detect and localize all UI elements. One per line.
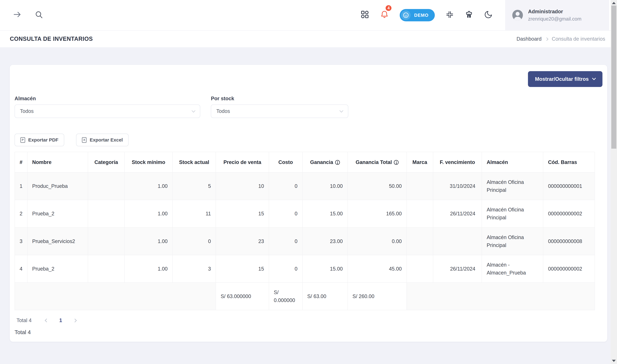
cell-nombre: Prueba_Servicios2 bbox=[27, 228, 88, 255]
footer-total: Total 4 bbox=[14, 329, 603, 335]
info-icon[interactable] bbox=[394, 160, 399, 165]
pagination-prev-button[interactable] bbox=[41, 316, 52, 325]
notifications-button[interactable]: 4 bbox=[380, 10, 389, 20]
cell-stock-actual: 0 bbox=[172, 228, 216, 255]
cell-costo: 0 bbox=[269, 172, 302, 200]
pagination-total: Total 4 bbox=[16, 317, 31, 323]
user-avatar-icon bbox=[512, 10, 523, 20]
cell-costo: 0 bbox=[269, 228, 302, 255]
cell-f-vencimiento: 26/11/2024 bbox=[433, 200, 482, 227]
file-pdf-icon: P bbox=[20, 137, 25, 143]
cell-almacen: Almacén Oficina Principal bbox=[482, 172, 543, 200]
cell-index: 3 bbox=[15, 228, 27, 255]
almacen-select[interactable]: Todos bbox=[14, 104, 200, 118]
content-area: Mostrar/Ocultar filtros Almacén Todos Po… bbox=[0, 47, 617, 342]
table-row: 1 Produc_Prueba 1.00 5 10 0 10.00 50.00 … bbox=[15, 172, 595, 200]
pagination-next-button[interactable] bbox=[69, 316, 80, 325]
total-ganancia-total: S/ 260.00 bbox=[348, 283, 407, 310]
table-row: 2 Prueba_2 1.00 11 15 0 15.00 165.00 26/… bbox=[15, 200, 595, 227]
export-row: P Exportar PDF X Exportar Excel bbox=[14, 134, 603, 146]
col-costo: Costo bbox=[269, 152, 302, 172]
demo-label: DEMO bbox=[414, 13, 429, 18]
navbar-right: 4 DEMO bbox=[360, 0, 617, 30]
cell-nombre: Produc_Prueba bbox=[27, 172, 88, 200]
col-marca: Marca bbox=[407, 152, 433, 172]
user-menu[interactable]: Administrador zrenrique20@gmail.com bbox=[505, 0, 609, 30]
cell-ganancia-total: 165.00 bbox=[348, 200, 407, 227]
sidebar-toggle-button[interactable] bbox=[13, 10, 22, 20]
por-stock-select[interactable]: Todos bbox=[211, 104, 348, 118]
totals-empty-right bbox=[407, 283, 595, 310]
theme-brush-button[interactable] bbox=[465, 10, 473, 20]
cell-stock-actual: 11 bbox=[172, 200, 216, 227]
filter-por-stock-label: Por stock bbox=[211, 96, 348, 102]
user-email: zrenrique20@gmail.com bbox=[528, 15, 581, 23]
cell-cod-barras: 000000000001 bbox=[543, 172, 595, 200]
scroll-up-arrow-icon[interactable] bbox=[612, 2, 616, 4]
col-precio-venta: Precio de venta bbox=[216, 152, 269, 172]
breadcrumb-dashboard[interactable]: Dashboard bbox=[517, 36, 541, 42]
export-excel-label: Exportar Excel bbox=[90, 137, 123, 143]
col-almacen: Almacén bbox=[482, 152, 543, 172]
cell-index: 4 bbox=[15, 255, 27, 283]
cell-nombre: Prueba_2 bbox=[27, 200, 88, 227]
dark-mode-button[interactable] bbox=[484, 10, 493, 20]
inventory-table: # Nombre Categoría Stock mínimo Stock ac… bbox=[14, 152, 595, 310]
table-body: 1 Produc_Prueba 1.00 5 10 0 10.00 50.00 … bbox=[15, 172, 595, 283]
demo-badge[interactable]: DEMO bbox=[400, 9, 435, 21]
notification-badge: 4 bbox=[385, 5, 392, 12]
cell-costo: 0 bbox=[269, 255, 302, 283]
cell-ganancia: 10.00 bbox=[302, 172, 348, 200]
cell-stock-minimo: 1.00 bbox=[124, 255, 172, 283]
apps-button[interactable] bbox=[360, 10, 369, 20]
bell-icon bbox=[380, 10, 389, 20]
scroll-down-arrow-icon[interactable] bbox=[612, 360, 616, 362]
table-row: 3 Prueba_Servicios2 1.00 0 23 0 23.00 0.… bbox=[15, 228, 595, 255]
cell-ganancia-total: 0.00 bbox=[348, 228, 407, 255]
col-cod-barras: Cód. Barras bbox=[543, 152, 595, 172]
table-totals-row: S/ 63.000000 S/ 0.000000 S/ 63.00 S/ 260… bbox=[15, 283, 595, 310]
cell-stock-actual: 3 bbox=[172, 255, 216, 283]
cell-marca bbox=[407, 172, 433, 200]
toggle-filters-button[interactable]: Mostrar/Ocultar filtros bbox=[528, 71, 603, 87]
table-row: 4 Prueba_2 1.00 3 15 0 15.00 45.00 26/11… bbox=[15, 255, 595, 283]
cell-ganancia: 15.00 bbox=[302, 200, 348, 227]
search-button[interactable] bbox=[35, 10, 43, 20]
export-excel-button[interactable]: X Exportar Excel bbox=[76, 134, 129, 146]
cell-cod-barras: 000000000008 bbox=[543, 228, 595, 255]
pagination-page-1[interactable]: 1 bbox=[55, 316, 66, 325]
cell-precio-venta: 15 bbox=[216, 200, 269, 227]
chevron-down-icon bbox=[340, 109, 343, 113]
total-ganancia: S/ 63.00 bbox=[302, 283, 348, 310]
breadcrumb: Dashboard Consulta de inventarios bbox=[517, 36, 605, 42]
vertical-scrollbar[interactable] bbox=[611, 0, 617, 364]
export-pdf-button[interactable]: P Exportar PDF bbox=[14, 134, 64, 146]
cell-precio-venta: 23 bbox=[216, 228, 269, 255]
app-window: 4 DEMO bbox=[0, 0, 617, 364]
scrollbar-thumb[interactable] bbox=[611, 6, 616, 149]
compress-button[interactable] bbox=[445, 10, 454, 20]
cell-precio-venta: 10 bbox=[216, 172, 269, 200]
cell-marca bbox=[407, 200, 433, 227]
cell-f-vencimiento bbox=[433, 228, 482, 255]
cell-costo: 0 bbox=[269, 200, 302, 227]
page-title: CONSULTA DE INVENTARIOS bbox=[10, 36, 93, 42]
col-ganancia: Ganancia bbox=[302, 152, 348, 172]
filters-row: Almacén Todos Por stock Todos bbox=[14, 96, 603, 118]
cell-almacen: Almacén Oficina Principal bbox=[482, 200, 543, 227]
filter-por-stock: Por stock Todos bbox=[211, 96, 348, 118]
smiley-icon bbox=[401, 11, 411, 20]
navbar-left bbox=[0, 10, 43, 20]
top-navbar: 4 DEMO bbox=[0, 0, 617, 31]
col-f-vencimiento: F. vencimiento bbox=[433, 152, 482, 172]
cell-ganancia-total: 50.00 bbox=[348, 172, 407, 200]
search-icon bbox=[35, 10, 43, 20]
cell-marca bbox=[407, 255, 433, 283]
info-icon[interactable] bbox=[335, 160, 340, 165]
totals-empty-left bbox=[15, 283, 216, 310]
filter-almacen: Almacén Todos bbox=[14, 96, 200, 118]
cell-marca bbox=[407, 228, 433, 255]
arrow-right-icon bbox=[13, 10, 22, 20]
apps-grid-icon bbox=[360, 10, 369, 20]
export-pdf-label: Exportar PDF bbox=[28, 137, 59, 143]
